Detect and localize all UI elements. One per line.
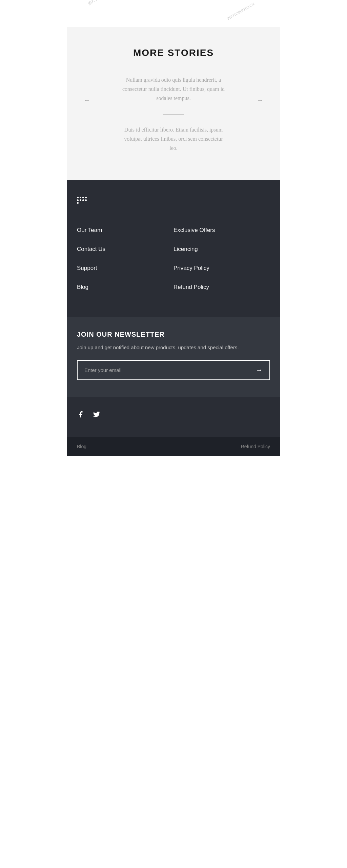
bottom-bar-refund-link[interactable]: Refund Policy (241, 444, 270, 449)
logo-dots-grid (77, 197, 87, 204)
logo-dot (82, 199, 84, 201)
next-arrow-button[interactable]: → (253, 93, 267, 107)
logo-dot (80, 199, 81, 201)
footer-nav: Our Team Exclusive Offers Contact Us Lic… (77, 221, 270, 297)
footer-logo (77, 197, 270, 204)
newsletter-submit-button[interactable]: → (249, 361, 269, 379)
bottom-bar: Blog Refund Policy (67, 437, 280, 456)
footer-link-support[interactable]: Support (77, 259, 174, 278)
newsletter-description: Join up and get notified about new produ… (77, 343, 270, 352)
footer-link-privacy-policy[interactable]: Privacy Policy (174, 259, 270, 278)
watermark-area: 图片大全 PHOTOPHOTO.CN (67, 0, 280, 27)
newsletter-section: JOIN OUR NEWSLETTER Join up and get noti… (67, 317, 280, 397)
watermark-right: PHOTOPHOTO.CN (226, 2, 255, 21)
footer: Our Team Exclusive Offers Contact Us Lic… (67, 180, 280, 456)
story-nav-arrows: ← → (77, 93, 270, 107)
newsletter-email-input[interactable] (78, 361, 249, 379)
newsletter-title: JOIN OUR NEWSLETTER (77, 331, 270, 338)
more-stories-title: MORE STORIES (77, 47, 270, 58)
newsletter-form: → (77, 360, 270, 380)
footer-link-our-team[interactable]: Our Team (77, 221, 174, 240)
footer-link-blog[interactable]: Blog (77, 278, 174, 297)
story-quote-2: Duis id efficitur libero. Etiam facilisi… (123, 125, 224, 153)
footer-link-exclusive-offers[interactable]: Exclusive Offers (174, 221, 270, 240)
footer-link-refund-policy[interactable]: Refund Policy (174, 278, 270, 297)
logo-dot (77, 197, 79, 198)
logo-dot (77, 199, 79, 201)
logo-dot (82, 197, 84, 198)
footer-link-licencing[interactable]: Licencing (174, 240, 270, 259)
twitter-icon[interactable] (93, 411, 100, 420)
logo-dot (80, 197, 81, 198)
social-section (67, 397, 280, 437)
logo-dot (77, 202, 79, 204)
watermark-left: 图片大全 (87, 0, 103, 6)
logo-dot (85, 197, 87, 198)
bottom-bar-blog-link[interactable]: Blog (77, 444, 86, 449)
prev-arrow-button[interactable]: ← (80, 93, 94, 107)
footer-link-contact-us[interactable]: Contact Us (77, 240, 174, 259)
facebook-icon[interactable] (77, 411, 84, 420)
more-stories-section: MORE STORIES Nullam gravida odio quis li… (67, 27, 280, 180)
logo-dot (85, 199, 87, 201)
story-divider (163, 114, 184, 115)
